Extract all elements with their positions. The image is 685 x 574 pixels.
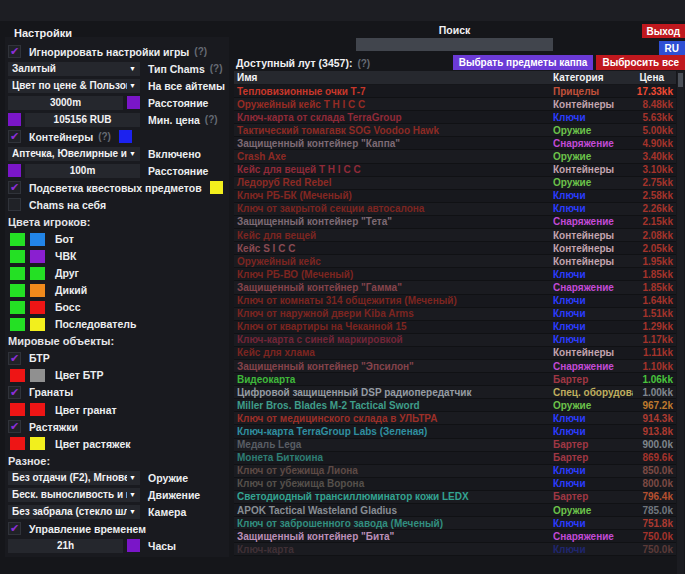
- table-row[interactable]: Защищенный контейнер "Каппа"Снаряжение4.…: [234, 137, 676, 150]
- sidebar-section-title: Разное:: [8, 452, 222, 469]
- table-row[interactable]: Miller Bros. Blades M-2 Tactical SwordОр…: [234, 399, 676, 412]
- table-row[interactable]: Ключ-картаКлючи750.0k: [234, 543, 676, 556]
- discard-all-button[interactable]: Выбросить все: [596, 55, 685, 70]
- text-input[interactable]: 100m: [25, 164, 140, 178]
- table-row[interactable]: APOK Tactical Wasteland GladiusОружие785…: [234, 504, 676, 517]
- table-row[interactable]: Оружейный кейсКонтейнеры1.95kk: [234, 255, 676, 268]
- color-swatch[interactable]: [30, 403, 45, 416]
- color-swatch[interactable]: [127, 539, 140, 552]
- color-swatch[interactable]: [8, 164, 21, 177]
- table-row[interactable]: Светодиодный трансиллюминатор кожи LEDXБ…: [234, 491, 676, 504]
- color-swatch[interactable]: [10, 437, 25, 450]
- table-row[interactable]: Crash AxeОружие3.40kk: [234, 150, 676, 163]
- table-row[interactable]: Ключ от убежища ЛионаКлючи850.0k: [234, 465, 676, 478]
- table-row[interactable]: Ключ от закрытой секции автосалонаКлючи2…: [234, 203, 676, 216]
- color-swatch[interactable]: [10, 250, 25, 263]
- item-price: 850.0k: [633, 465, 676, 476]
- color-swatch[interactable]: [119, 130, 132, 143]
- table-row[interactable]: Ключ РБ-БК (Меченый)Ключи2.58kk: [234, 190, 676, 203]
- table-row[interactable]: Защищенный контейнер "Тета"Снаряжение2.1…: [234, 216, 676, 229]
- dropdown[interactable]: Залитый▼: [8, 62, 140, 76]
- color-swatch[interactable]: [30, 250, 45, 263]
- color-swatch[interactable]: [10, 267, 25, 280]
- item-price: 785.0k: [633, 505, 676, 516]
- dropdown[interactable]: Беск. выносливость и нет уста▼: [8, 488, 140, 502]
- table-row[interactable]: Тепловизионные очки Т-7Прицелы17.33kk: [234, 85, 676, 98]
- item-category: Ключи: [553, 518, 633, 529]
- checkbox[interactable]: ✔: [8, 386, 21, 399]
- table-row[interactable]: Кейс для вещей T H I C CКонтейнеры3.10kk: [234, 164, 676, 177]
- setting-label: БТР: [29, 352, 50, 364]
- table-row[interactable]: Кейс для хламаКонтейнеры1.11kk: [234, 347, 676, 360]
- table-row[interactable]: Ключ от заброшенного завода (Меченый)Клю…: [234, 517, 676, 530]
- color-swatch[interactable]: [30, 369, 45, 382]
- table-row[interactable]: Ключ РБ-ВО (Меченый)Ключи1.85kk: [234, 268, 676, 281]
- checkbox[interactable]: ✔: [8, 181, 21, 194]
- table-row[interactable]: Ключ от убежища ВоронаКлючи800.0k: [234, 478, 676, 491]
- sidebar-row: Цвет растяжек: [8, 435, 222, 452]
- exit-button[interactable]: Выход: [642, 24, 685, 38]
- dropdown[interactable]: Без забрала (стекло шлема)▼: [8, 505, 140, 519]
- text-input[interactable]: 21h: [8, 539, 123, 553]
- item-price: 1.11kk: [633, 347, 676, 358]
- table-row[interactable]: Ключ от комнаты 314 общежития (Меченый)К…: [234, 295, 676, 308]
- table-row[interactable]: Тактический томагавк SOG Voodoo HawkОруж…: [234, 124, 676, 137]
- item-category: Снаряжение: [553, 531, 633, 542]
- language-button[interactable]: RU: [659, 41, 685, 55]
- scrollbar-thumb[interactable]: [678, 73, 683, 87]
- table-row[interactable]: Ключ от квартиры на Чеканной 15Ключи1.29…: [234, 321, 676, 334]
- color-swatch[interactable]: [10, 403, 25, 416]
- color-swatch[interactable]: [30, 301, 45, 314]
- color-swatch[interactable]: [30, 284, 45, 297]
- dropdown[interactable]: Аптечка, Ювелирные и...▼: [8, 147, 140, 161]
- color-swatch[interactable]: [127, 96, 140, 109]
- table-row[interactable]: Цифровой защищенный DSP радиопередатчикС…: [234, 386, 676, 399]
- color-swatch[interactable]: [10, 301, 25, 314]
- window-titlebar[interactable]: [0, 0, 685, 21]
- table-row[interactable]: Оружейный кейс T H I C CКонтейнеры8.48kk: [234, 98, 676, 111]
- table-row[interactable]: Ключ-карта с синей маркировкойКлючи1.17k…: [234, 334, 676, 347]
- table-row[interactable]: Кейс S I C CКонтейнеры2.05kk: [234, 242, 676, 255]
- color-swatch[interactable]: [30, 437, 45, 450]
- color-swatch[interactable]: [8, 113, 21, 126]
- checkbox[interactable]: ✔: [8, 522, 21, 535]
- checkbox[interactable]: [8, 198, 21, 211]
- table-row[interactable]: Медаль LegaБартер900.0k: [234, 439, 676, 452]
- column-header-category[interactable]: Категория: [553, 72, 633, 83]
- table-row[interactable]: Ледоруб Red RebelОружие2.75kk: [234, 177, 676, 190]
- table-row[interactable]: Защищенный контейнер "Эпсилон"Снаряжение…: [234, 360, 676, 373]
- color-swatch[interactable]: [210, 181, 223, 194]
- text-input[interactable]: 105156 RUB: [25, 113, 140, 127]
- table-row[interactable]: Ключ от наружной двери Kiba ArmsКлючи1.5…: [234, 308, 676, 321]
- checkbox[interactable]: ✔: [8, 420, 21, 433]
- text-input[interactable]: 3000m: [8, 96, 123, 110]
- dropdown[interactable]: Без отдачи (F2), Мгновенное п▼: [8, 471, 140, 485]
- color-swatch[interactable]: [30, 318, 45, 331]
- table-row[interactable]: Кейс для вещейКонтейнеры2.08kk: [234, 229, 676, 242]
- color-swatch[interactable]: [10, 284, 25, 297]
- color-swatch[interactable]: [10, 369, 25, 382]
- table-header-row: Имя Категория Цена: [234, 71, 676, 84]
- table-row[interactable]: Ключ от медицинского склада в УЛЬТРАКлюч…: [234, 412, 676, 425]
- table-row[interactable]: Защищенный контейнер "Гамма"Снаряжение1.…: [234, 281, 676, 294]
- column-header-name[interactable]: Имя: [234, 72, 553, 83]
- color-swatch[interactable]: [30, 233, 45, 246]
- checkbox[interactable]: ✔: [8, 130, 21, 143]
- checkbox[interactable]: ✔: [8, 45, 21, 58]
- color-swatch[interactable]: [30, 267, 45, 280]
- color-swatch[interactable]: [10, 233, 25, 246]
- item-price: 3.40kk: [633, 151, 676, 162]
- dropdown[interactable]: Цвет по цене & Пользователь▼: [8, 79, 140, 93]
- setting-label: Игнорировать настройки игры: [29, 46, 189, 58]
- search-input[interactable]: [356, 38, 553, 51]
- table-row[interactable]: Ключ-карта TerraGroup Labs (Зеленая)Ключ…: [234, 425, 676, 438]
- table-row[interactable]: Монета БиткоинаБартер869.6k: [234, 452, 676, 465]
- column-header-price[interactable]: Цена: [633, 72, 676, 83]
- checkbox[interactable]: ✔: [8, 352, 21, 365]
- table-row[interactable]: Ключ-карта от склада TerraGroupКлючи5.63…: [234, 111, 676, 124]
- table-row[interactable]: ВидеокартаБартер1.06kk: [234, 373, 676, 386]
- table-row[interactable]: Защищенный контейнер "Бита"Снаряжение750…: [234, 530, 676, 543]
- table-scrollbar[interactable]: [677, 71, 684, 574]
- select-kappa-items-button[interactable]: Выбрать предметы каппа: [453, 55, 594, 70]
- color-swatch[interactable]: [10, 318, 25, 331]
